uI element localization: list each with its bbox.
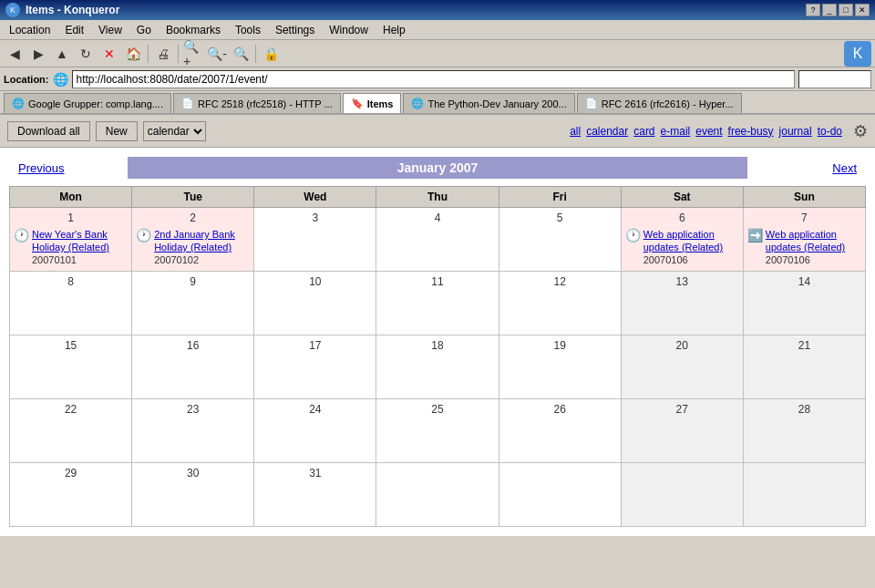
date-number: 22 bbox=[14, 403, 128, 416]
date-number: 17 bbox=[258, 339, 372, 352]
link-all[interactable]: all bbox=[570, 125, 581, 138]
back-button[interactable]: ◀ bbox=[4, 43, 26, 65]
link-event[interactable]: event bbox=[695, 125, 722, 138]
table-row bbox=[621, 463, 743, 527]
table-row: 15 bbox=[10, 335, 132, 399]
event-link[interactable]: 2nd January Bank Holiday (Related)200701… bbox=[154, 228, 250, 265]
menu-location[interactable]: Location bbox=[4, 22, 56, 38]
date-number: 15 bbox=[14, 339, 128, 352]
event-item: 🕐New Year's Bank Holiday (Related)200701… bbox=[14, 228, 128, 265]
new-button[interactable]: New bbox=[96, 121, 138, 141]
table-row: 26 bbox=[499, 399, 621, 463]
table-row: 25 bbox=[376, 399, 499, 463]
date-number: 19 bbox=[503, 339, 617, 352]
link-email[interactable]: e-mail bbox=[661, 125, 691, 138]
help-button[interactable]: ? bbox=[806, 4, 820, 16]
date-number: 11 bbox=[380, 275, 494, 288]
table-row: 13 bbox=[621, 272, 743, 335]
event-title-link[interactable]: Web application updates (Related) bbox=[643, 229, 723, 253]
next-button[interactable]: Next bbox=[747, 161, 857, 175]
table-row: 24 bbox=[254, 399, 376, 463]
link-journal[interactable]: journal bbox=[779, 125, 812, 138]
maximize-button[interactable]: □ bbox=[839, 4, 853, 16]
tab-items[interactable]: 🔖 Items bbox=[343, 93, 402, 113]
event-link[interactable]: Web application updates (Related)2007010… bbox=[766, 228, 861, 265]
download-all-button[interactable]: Download all bbox=[7, 121, 90, 141]
forward-button[interactable]: ▶ bbox=[27, 43, 49, 65]
zoom-in-button[interactable]: 🔍+ bbox=[182, 43, 204, 65]
event-title-link[interactable]: Web application updates (Related) bbox=[766, 229, 845, 253]
table-row: 23 bbox=[132, 399, 254, 463]
tab-python-label: The Python-Dev January 200... bbox=[427, 98, 566, 109]
zoom-out-button[interactable]: 🔍- bbox=[206, 43, 228, 65]
event-title-link[interactable]: New Year's Bank Holiday (Related) bbox=[32, 229, 109, 253]
search-input[interactable] bbox=[798, 70, 871, 88]
url-input[interactable] bbox=[72, 70, 796, 88]
location-bar: Location: 🌐 bbox=[0, 67, 875, 91]
tab-python[interactable]: 🌐 The Python-Dev January 200... bbox=[403, 93, 574, 113]
table-row: 21 bbox=[743, 335, 865, 399]
event-title-link[interactable]: 2nd January Bank Holiday (Related) bbox=[154, 229, 235, 253]
security-button[interactable]: 🔒 bbox=[260, 43, 282, 65]
location-label: Location: bbox=[4, 74, 49, 85]
tab-rfc2518-icon: 📄 bbox=[181, 98, 194, 109]
konqueror-icon-button[interactable]: K bbox=[844, 41, 871, 67]
date-number: 30 bbox=[136, 467, 250, 480]
link-card[interactable]: card bbox=[633, 125, 654, 138]
tab-google[interactable]: 🌐 Google Grupper: comp.lang.... bbox=[4, 93, 171, 113]
menu-go[interactable]: Go bbox=[131, 22, 157, 38]
table-row: 29 bbox=[10, 463, 132, 527]
date-number: 4 bbox=[380, 211, 494, 224]
tab-rfc2616[interactable]: 📄 RFC 2616 (rfc2616) - Hyper... bbox=[577, 93, 742, 113]
weekday-sat: Sat bbox=[621, 187, 743, 208]
zoom-reset-button[interactable]: 🔍 bbox=[230, 43, 252, 65]
event-date: 20070106 bbox=[766, 254, 861, 265]
menu-settings[interactable]: Settings bbox=[270, 22, 320, 38]
event-link[interactable]: Web application updates (Related)2007010… bbox=[643, 228, 739, 265]
table-row: 20 bbox=[621, 335, 743, 399]
event-item: ➡️Web application updates (Related)20070… bbox=[747, 228, 861, 265]
table-row: 19 bbox=[499, 335, 621, 399]
prev-button[interactable]: Previous bbox=[18, 161, 128, 175]
table-row bbox=[743, 463, 865, 527]
up-button[interactable]: ▲ bbox=[51, 43, 73, 65]
link-calendar[interactable]: calendar bbox=[586, 125, 628, 138]
minimize-button[interactable]: _ bbox=[822, 4, 837, 16]
date-number: 13 bbox=[625, 275, 739, 288]
weekday-tue: Tue bbox=[132, 187, 254, 208]
date-number: 7 bbox=[747, 211, 861, 224]
event-icon: ➡️ bbox=[747, 228, 763, 242]
event-link[interactable]: New Year's Bank Holiday (Related)2007010… bbox=[32, 228, 128, 265]
menu-edit[interactable]: Edit bbox=[59, 22, 89, 38]
calendar-container: Previous January 2007 Next Mon Tue Wed T… bbox=[0, 148, 875, 536]
close-button[interactable]: ✕ bbox=[855, 4, 870, 16]
table-row: 2🕐2nd January Bank Holiday (Related)2007… bbox=[132, 208, 254, 272]
calendar-select[interactable]: calendar bbox=[143, 121, 206, 141]
reload-button[interactable]: ↻ bbox=[75, 43, 97, 65]
link-todo[interactable]: to-do bbox=[818, 125, 842, 138]
menu-help[interactable]: Help bbox=[377, 22, 411, 38]
table-row: 9 bbox=[132, 272, 254, 335]
toolbar-separator-3 bbox=[255, 45, 256, 63]
table-row: 3 bbox=[254, 208, 376, 272]
date-number: 23 bbox=[136, 403, 250, 416]
settings-icon[interactable]: ⚙ bbox=[853, 121, 868, 141]
table-row: 22 bbox=[10, 399, 132, 463]
home-button[interactable]: 🏠 bbox=[122, 43, 144, 65]
menu-view[interactable]: View bbox=[93, 22, 128, 38]
menu-tools[interactable]: Tools bbox=[230, 22, 266, 38]
table-row: 10 bbox=[254, 272, 376, 335]
table-row: 5 bbox=[499, 208, 621, 272]
date-number: 9 bbox=[136, 275, 250, 288]
table-row: 12 bbox=[499, 272, 621, 335]
stop-button[interactable]: ✕ bbox=[98, 43, 120, 65]
title-bar: K Items - Konqueror ? _ □ ✕ bbox=[0, 0, 875, 20]
month-header: January 2007 bbox=[128, 157, 747, 179]
tab-rfc2518[interactable]: 📄 RFC 2518 (rfc2518) - HTTP ... bbox=[173, 93, 341, 113]
link-freebusy[interactable]: free-busy bbox=[728, 125, 774, 138]
menu-window[interactable]: Window bbox=[324, 22, 374, 38]
weekday-mon: Mon bbox=[10, 187, 132, 208]
window-controls: ? _ □ ✕ bbox=[806, 4, 870, 16]
menu-bookmarks[interactable]: Bookmarks bbox=[160, 22, 226, 38]
print-button[interactable]: 🖨 bbox=[152, 43, 174, 65]
